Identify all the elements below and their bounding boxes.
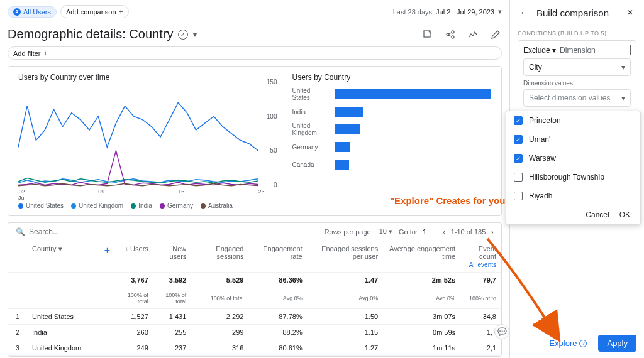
dimension-select[interactable]: City ▾	[523, 58, 631, 76]
apply-button[interactable]: Apply	[598, 335, 636, 352]
dimension-label: Dimension	[560, 46, 596, 55]
check-icon[interactable]: ✓	[178, 30, 188, 40]
date-range-picker[interactable]: Last 28 days Jul 2 - Jul 29, 2023 ▾	[393, 8, 502, 16]
prev-page-icon[interactable]: ‹	[443, 227, 446, 237]
legend-item[interactable]: United Kingdom	[71, 202, 123, 209]
svg-point-3	[452, 36, 454, 38]
conditions-label: CONDITIONS (BUILD UP TO 5)	[518, 30, 636, 36]
close-icon[interactable]: ✕	[624, 6, 636, 19]
customize-icon[interactable]	[421, 28, 434, 41]
bar-chart: United StatesIndiaUnited KingdomGermanyC…	[292, 85, 491, 198]
page-range: 1-10 of 135	[451, 228, 486, 236]
chevron-down-icon: ▾	[621, 94, 625, 102]
col-users[interactable]: ↓ Users	[115, 241, 153, 273]
chip-label: All Users	[23, 8, 51, 16]
date-range-text: Jul 2 - Jul 29, 2023	[436, 8, 494, 16]
chart-title: Users by Country	[292, 73, 491, 82]
legend-item[interactable]: India	[131, 202, 152, 209]
ok-button[interactable]: OK	[619, 210, 630, 219]
table-row[interactable]: 2India26025529988.2%1.150m 59s1,7	[8, 325, 501, 340]
date-prefix: Last 28 days	[393, 8, 432, 16]
exclude-toggle[interactable]: Exclude ▾	[523, 46, 556, 55]
svg-point-2	[452, 31, 454, 33]
col-avg-engagement-time[interactable]: Average engagement time	[383, 241, 460, 273]
dimension-values-select[interactable]: Select dimension values ▾	[523, 89, 631, 107]
explore-button[interactable]: Explore?	[543, 335, 593, 352]
chevron-down-icon[interactable]: ▾	[193, 30, 197, 39]
legend-item[interactable]: Germany	[160, 202, 193, 209]
panel-title: Build comparison	[536, 8, 618, 18]
bar-row: India	[292, 103, 491, 121]
add-comparison-chip[interactable]: Add comparison+	[60, 5, 129, 18]
table-row[interactable]: 3United Kingdom24923731680.61%1.271m 11s…	[8, 340, 501, 356]
back-icon[interactable]: ←	[518, 6, 530, 19]
bar-row: Germany	[292, 138, 491, 156]
condition-card: Exclude ▾ Dimension City ▾ Dimension val…	[518, 40, 636, 116]
col-engaged-sessions[interactable]: Engaged sessions	[191, 241, 248, 273]
plus-icon: +	[119, 7, 124, 16]
bar-row: United States	[292, 85, 491, 103]
search-input[interactable]	[29, 227, 142, 236]
chart-title: Users by Country over time	[18, 73, 277, 82]
table-row[interactable]: 1United States1,5271,4312,29287.78%1.503…	[8, 309, 501, 325]
insights-icon[interactable]	[467, 28, 479, 41]
add-filter-label: Add filter	[13, 50, 40, 57]
chevron-down-icon: ▾	[621, 63, 625, 72]
dropdown-option[interactable]: ✓Uman'	[506, 130, 640, 149]
plus-icon: +	[43, 48, 48, 58]
col-country[interactable]: Country ▾ +	[27, 241, 115, 273]
dropdown-option[interactable]: Hillsborough Township	[506, 168, 640, 187]
goto-input[interactable]	[423, 228, 438, 236]
dropdown-option[interactable]: ✓Warsaw	[506, 149, 640, 168]
goto-label: Go to:	[399, 228, 418, 236]
rows-per-page-select[interactable]: 10 ▾	[378, 227, 394, 236]
legend-item[interactable]: United States	[18, 202, 64, 209]
col-new-users[interactable]: New users	[153, 241, 191, 273]
chip-label: Add comparison	[66, 8, 116, 16]
bar-row: United Kingdom	[292, 121, 491, 138]
search-icon: 🔍	[16, 227, 25, 236]
col-engagement-rate[interactable]: Engagement rate	[248, 241, 307, 273]
page-title: Demographic details: Country	[8, 27, 173, 41]
dimension-values-label: Dimension values	[523, 80, 631, 87]
all-users-chip[interactable]: AAll Users	[8, 6, 57, 18]
add-dimension-icon[interactable]: +	[104, 245, 110, 256]
col-sessions-per-user[interactable]: Engaged sessions per user	[308, 241, 383, 273]
line-chart: 050100150 02Jul091623	[18, 85, 277, 198]
feedback-icon[interactable]: 💬	[494, 324, 509, 339]
dropdown-option[interactable]: Riyadh	[506, 187, 640, 205]
dropdown-option[interactable]: ✓Princeton	[506, 111, 640, 130]
next-page-icon[interactable]: ›	[491, 227, 494, 237]
dimension-value: City	[529, 63, 542, 72]
edit-icon[interactable]	[489, 28, 502, 41]
cancel-button[interactable]: Cancel	[586, 210, 609, 219]
rows-per-page-label: Rows per page:	[325, 228, 373, 236]
delete-icon[interactable]	[630, 46, 631, 55]
help-icon: ?	[579, 340, 587, 347]
add-filter-button[interactable]: Add filter+	[8, 46, 502, 60]
share-icon[interactable]	[444, 28, 457, 41]
data-table: Country ▾ + ↓ Users New users Engaged se…	[8, 241, 501, 356]
dimension-values-dropdown: ✓Princeton✓Uman'✓WarsawHillsborough Town…	[506, 111, 641, 225]
bar-row: Canada	[292, 156, 491, 173]
legend-item[interactable]: Australia	[201, 202, 233, 209]
col-event-count[interactable]: Event countAll events	[460, 241, 501, 273]
chevron-down-icon: ▾	[498, 8, 502, 16]
